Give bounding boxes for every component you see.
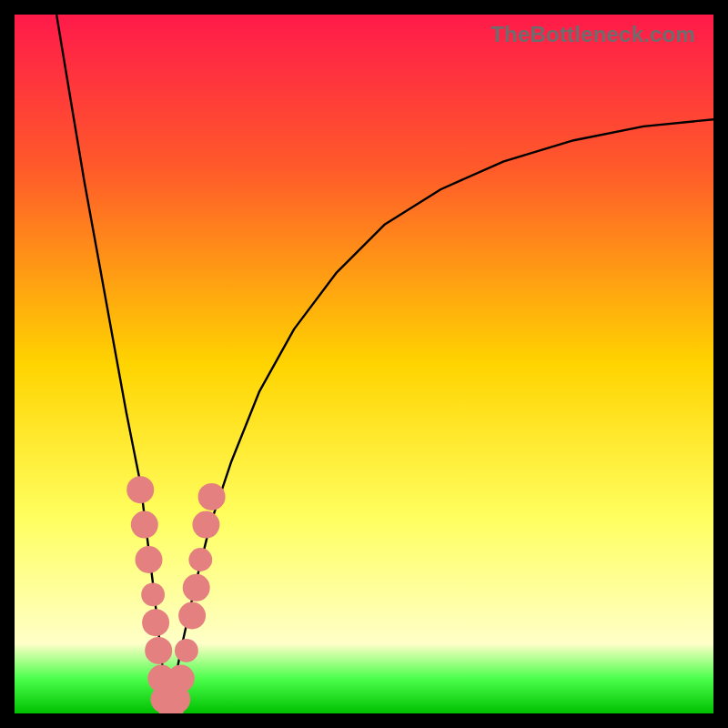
watermark-text: TheBottleneck.com bbox=[490, 22, 695, 47]
data-marker bbox=[178, 602, 206, 630]
gradient-background bbox=[15, 15, 713, 713]
data-marker bbox=[167, 665, 195, 693]
data-marker bbox=[192, 511, 219, 539]
data-marker bbox=[142, 609, 169, 636]
data-marker bbox=[175, 639, 198, 662]
data-marker bbox=[136, 546, 163, 573]
bottleneck-chart bbox=[15, 15, 713, 713]
data-marker bbox=[188, 548, 212, 571]
data-marker bbox=[183, 574, 210, 602]
data-marker bbox=[198, 483, 226, 511]
data-marker bbox=[141, 583, 165, 607]
data-marker bbox=[145, 637, 172, 664]
chart-frame: TheBottleneck.com bbox=[15, 15, 713, 713]
data-marker bbox=[126, 476, 154, 503]
data-marker bbox=[131, 511, 158, 539]
